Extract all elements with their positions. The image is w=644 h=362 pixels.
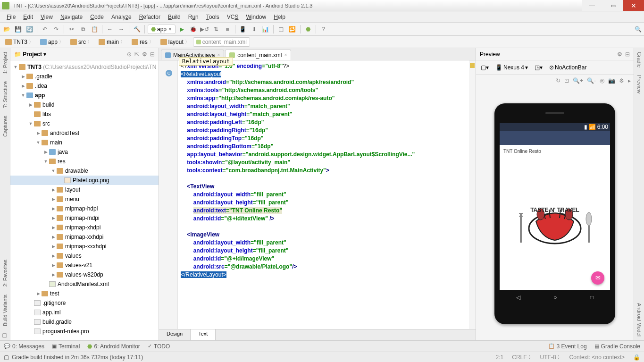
more-icon[interactable]: ▸ — [628, 77, 631, 84]
structure-icon[interactable]: ◫ — [276, 25, 286, 34]
window-titlebar: TNT - [C:\Users\asusx20\AndroidStudioPro… — [0, 0, 644, 11]
menu-analyze[interactable]: Analyze — [108, 12, 135, 22]
class-gutter-icon[interactable]: C — [166, 70, 172, 76]
save-icon[interactable]: 💾 — [13, 25, 23, 34]
cut-icon[interactable]: ✂ — [67, 25, 76, 34]
tool-android-monitor[interactable]: ⬣ 6: Android Monitor — [87, 343, 140, 350]
preview-textview: TNT Online Resto — [500, 145, 610, 158]
tool-android-model[interactable]: Android Model — [636, 299, 642, 340]
tab-contentmain[interactable]: content_main.xml× — [225, 50, 291, 60]
run-config-selector[interactable]: ⬣ app ▼ — [148, 25, 176, 34]
gear-icon[interactable]: ⚙ — [617, 51, 622, 58]
zoom-out-icon[interactable]: 🔍- — [587, 77, 596, 84]
project-tree[interactable]: ▼TNT3 (C:\Users\asusx20\AndroidStudioPro… — [10, 60, 159, 340]
android-sdk-icon[interactable]: ⬣ — [303, 25, 313, 34]
refresh-icon[interactable]: ↻ — [556, 77, 560, 84]
collapse-icon[interactable]: ⊙ — [127, 51, 132, 58]
minimize-button[interactable]: — — [582, 0, 602, 11]
search-icon[interactable]: 🔍 — [634, 25, 642, 34]
design-tab[interactable]: Design — [159, 329, 191, 340]
help-icon[interactable]: ? — [319, 25, 328, 34]
tool-favorites[interactable]: 2: Favorites — [2, 256, 8, 290]
run-icon[interactable]: ▶ — [177, 25, 187, 34]
debug-icon[interactable]: 🐞 — [189, 25, 198, 34]
crumb-src[interactable]: src〉 — [67, 37, 95, 47]
close-button[interactable]: ✕ — [623, 0, 644, 11]
window-title: TNT - [C:\Users\asusx20\AndroidStudioPro… — [11, 3, 582, 8]
tree-selected-item[interactable]: PlateLogo.png — [10, 176, 159, 185]
crumb-app[interactable]: app〉 — [37, 37, 67, 47]
menu-bar: File Edit View Navigate Code Analyze Ref… — [0, 11, 644, 23]
rerun-icon[interactable]: ▶↺ — [200, 25, 209, 34]
tool-project[interactable]: 1: Project — [2, 48, 8, 77]
sync-gradle-icon[interactable]: 🔁 — [288, 25, 297, 34]
tool-captures[interactable]: Captures — [2, 112, 8, 141]
status-position[interactable]: 2:1 — [496, 354, 504, 361]
menu-tools[interactable]: Tools — [202, 12, 223, 22]
status-line-sep[interactable]: CRLF≑ — [512, 354, 531, 361]
redo-icon[interactable]: ↷ — [51, 25, 61, 34]
menu-navigate[interactable]: Navigate — [57, 12, 86, 22]
zoom-in-icon[interactable]: 🔍+ — [573, 77, 583, 84]
status-encoding[interactable]: UTF-8≑ — [540, 354, 561, 361]
status-lock-icon[interactable]: ▢ — [4, 354, 9, 361]
project-selector[interactable]: 📁 Project ▾ — [14, 51, 46, 58]
sync-icon[interactable]: 🔄 — [25, 25, 34, 34]
paste-icon[interactable]: 📋 — [90, 25, 99, 34]
theme-selector[interactable]: ⊘NoActionBar — [547, 63, 588, 72]
tool-structure[interactable]: 7: Structure — [2, 77, 8, 112]
menu-refactor[interactable]: Refactor — [135, 12, 164, 22]
crumb-layout[interactable]: layout〉 — [157, 37, 193, 47]
tool-preview[interactable]: Preview — [636, 71, 642, 97]
make-icon[interactable]: 🔨 — [132, 25, 142, 34]
zoom-fit-icon[interactable]: ⊡ — [564, 77, 569, 84]
menu-window[interactable]: Window — [242, 12, 270, 22]
orientation-selector[interactable]: ▢▾ — [479, 63, 491, 72]
status-context[interactable]: Context: <no context> — [569, 354, 625, 361]
crumb-file[interactable]: content_main.xml — [193, 37, 250, 47]
hide-preview-icon[interactable]: ⊟ — [625, 51, 630, 58]
crumb-home[interactable]: TNT3〉 — [2, 37, 37, 47]
avd-icon[interactable]: 📱 — [238, 25, 248, 34]
settings-icon[interactable]: ⚙ — [142, 51, 147, 58]
scroll-icon[interactable]: ⇱ — [134, 51, 139, 58]
stop-icon[interactable]: ■ — [223, 25, 232, 34]
monitor-icon[interactable]: 📊 — [261, 25, 270, 34]
tool-todo[interactable]: ✓ TODO — [148, 343, 170, 350]
screenshot-icon[interactable]: 📷 — [608, 77, 615, 84]
status-git-icon[interactable]: 🔒 — [633, 354, 640, 361]
menu-vcs[interactable]: VCS — [223, 12, 243, 22]
overlay-icon[interactable]: ◎ — [600, 77, 604, 84]
menu-code[interactable]: Code — [86, 12, 108, 22]
api-selector[interactable]: ◳▾ — [533, 63, 544, 72]
attach-icon[interactable]: ⇅ — [211, 25, 221, 34]
back-icon[interactable]: ← — [105, 25, 115, 34]
open-icon[interactable]: 📂 — [2, 25, 11, 34]
settings-preview-icon[interactable]: ⚙ — [619, 77, 624, 84]
undo-icon[interactable]: ↶ — [40, 25, 50, 34]
forward-icon[interactable]: → — [117, 25, 126, 34]
crumb-res[interactable]: res〉 — [128, 37, 157, 47]
menu-build[interactable]: Build — [164, 12, 184, 22]
hide-icon[interactable]: ⊟ — [150, 51, 155, 58]
device-selector[interactable]: 📱Nexus 4▾ — [493, 63, 530, 72]
copy-icon[interactable]: ⧉ — [78, 25, 88, 34]
menu-edit[interactable]: Edit — [19, 12, 37, 22]
maximize-button[interactable]: ▭ — [602, 0, 623, 11]
sdk-icon[interactable]: ⬇ — [250, 25, 259, 34]
tool-event-log[interactable]: 📋 3 Event Log — [548, 343, 587, 350]
tool-messages[interactable]: 💬 0: Messages — [4, 343, 44, 350]
preview-imageview: TASTE N' TRAVEL ✉ — [500, 158, 610, 290]
crumb-main[interactable]: main〉 — [95, 37, 128, 47]
tool-build-variants[interactable]: Build Variants — [2, 291, 8, 330]
text-tab[interactable]: Text — [191, 329, 216, 340]
menu-run[interactable]: Run — [184, 12, 202, 22]
warning-stripe-icon[interactable] — [470, 63, 475, 68]
menu-view[interactable]: View — [37, 12, 57, 22]
tool-gradle-console[interactable]: ▤ Gradle Console — [594, 343, 640, 350]
tool-terminal[interactable]: ▣ Terminal — [52, 343, 80, 350]
menu-help[interactable]: Help — [270, 12, 289, 22]
code-editor[interactable]: C <?xml version="1.0" encoding="utf-8"?>… — [159, 60, 476, 329]
tool-gradle[interactable]: Gradle — [636, 48, 642, 71]
menu-file[interactable]: File — [3, 12, 19, 22]
